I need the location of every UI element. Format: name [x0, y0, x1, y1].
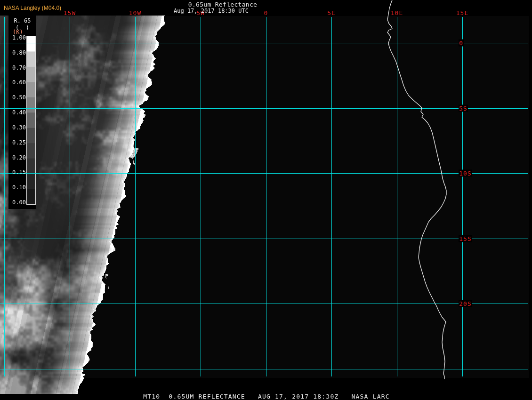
longitude-label: 0: [264, 9, 268, 16]
latitude-label: 5S: [459, 105, 468, 112]
latitude-label: 20S: [459, 300, 472, 307]
longitude-label: 10W: [129, 9, 141, 16]
latitude-label: 10S: [459, 170, 472, 177]
colorbar-tick-label: 0.60: [8, 79, 26, 86]
colorbar-title: R. 65: [8, 17, 36, 24]
colorbar-tick-label: 0.40: [8, 109, 26, 116]
footer-caption: MT10 0.65UM REFLECTANCE AUG 17, 2017 18:…: [143, 393, 390, 400]
colorbar-tick-label: 0.00: [8, 199, 26, 206]
satellite-image-viewer: 15W10W5W05E10E15E05S10S15S20S NASA Langl…: [0, 0, 532, 400]
colorbar-tick-label: 1.00: [8, 34, 26, 41]
credit-label: NASA Langley (M04.0): [4, 5, 61, 11]
longitude-label: 15E: [456, 9, 468, 16]
coastline-canvas: [0, 0, 532, 400]
colorbar-tick-label: 0.50: [8, 94, 26, 101]
colorbar-tick-label: 0.25: [8, 139, 26, 146]
image-title: 0.65um Reflectance: [188, 1, 257, 8]
longitude-label: 10E: [391, 9, 403, 16]
colorbar-tick-label: 0.30: [8, 124, 26, 131]
colorbar-tick-label: 0.70: [8, 64, 26, 71]
latitude-label: 0: [459, 40, 464, 47]
colorbar-tick-label: 0.80: [8, 49, 26, 56]
image-timestamp: Aug 17, 2017 18:30 UTC: [174, 8, 249, 14]
colorbar-tick-label: 0.10: [8, 184, 26, 191]
colorbar-tick-label: 0.20: [8, 154, 26, 161]
colorbar-panel: R. 65 (--) (K) 1.000.800.700.600.500.400…: [8, 14, 36, 209]
longitude-label: 5E: [327, 9, 336, 16]
latitude-label: 15S: [459, 235, 472, 242]
colorbar-tick-label: 0.15: [8, 169, 26, 176]
longitude-label: 15W: [64, 9, 76, 16]
